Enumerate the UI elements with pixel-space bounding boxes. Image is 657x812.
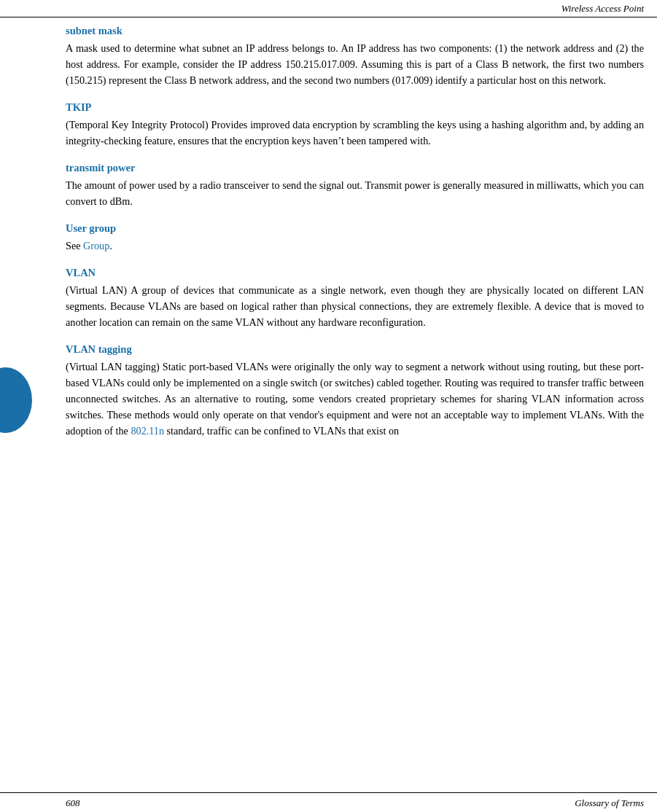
section-vlan-tagging: VLAN tagging (Virtual LAN tagging) Stati… <box>66 343 644 439</box>
section-body-vlan-tagging: (Virtual LAN tagging) Static port-based … <box>66 359 644 439</box>
top-header: Wireless Access Point <box>0 0 657 17</box>
section-heading-transmit-power: transmit power <box>66 162 644 174</box>
section-body-transmit-power: The amount of power used by a radio tran… <box>66 177 644 209</box>
user-group-suffix: . <box>109 240 112 251</box>
section-transmit-power: transmit power The amount of power used … <box>66 162 644 209</box>
section-body-subnet-mask: A mask used to determine what subnet an … <box>66 40 644 88</box>
section-vlan: VLAN (Virtual LAN) A group of devices th… <box>66 267 644 330</box>
section-user-group: User group See Group. <box>66 222 644 254</box>
section-tkip: TKIP (Temporal Key Integrity Protocol) P… <box>66 101 644 149</box>
main-content: subnet mask A mask used to determine wha… <box>0 17 657 792</box>
page-container: Wireless Access Point subnet mask A mask… <box>0 0 657 812</box>
footer-section-label: Glossary of Terms <box>575 797 644 809</box>
user-group-link[interactable]: Group <box>83 240 109 251</box>
section-body-vlan: (Virtual LAN) A group of devices that co… <box>66 282 644 330</box>
vlan-tagging-link[interactable]: 802.11n <box>131 425 164 437</box>
header-title: Wireless Access Point <box>561 3 644 15</box>
blue-circle-decoration <box>0 367 32 433</box>
vlan-tagging-suffix: standard, traffic can be confined to VLA… <box>164 425 399 437</box>
section-body-user-group: See Group. <box>66 238 644 254</box>
bottom-footer: 608 Glossary of Terms <box>0 792 657 812</box>
section-heading-vlan: VLAN <box>66 267 644 279</box>
section-heading-subnet-mask: subnet mask <box>66 25 644 37</box>
section-heading-user-group: User group <box>66 222 644 235</box>
section-body-tkip: (Temporal Key Integrity Protocol) Provid… <box>66 117 644 149</box>
section-heading-vlan-tagging: VLAN tagging <box>66 343 644 356</box>
user-group-prefix: See <box>66 240 83 251</box>
section-subnet-mask: subnet mask A mask used to determine wha… <box>66 25 644 88</box>
section-heading-tkip: TKIP <box>66 101 644 114</box>
footer-page-number: 608 <box>66 797 80 809</box>
